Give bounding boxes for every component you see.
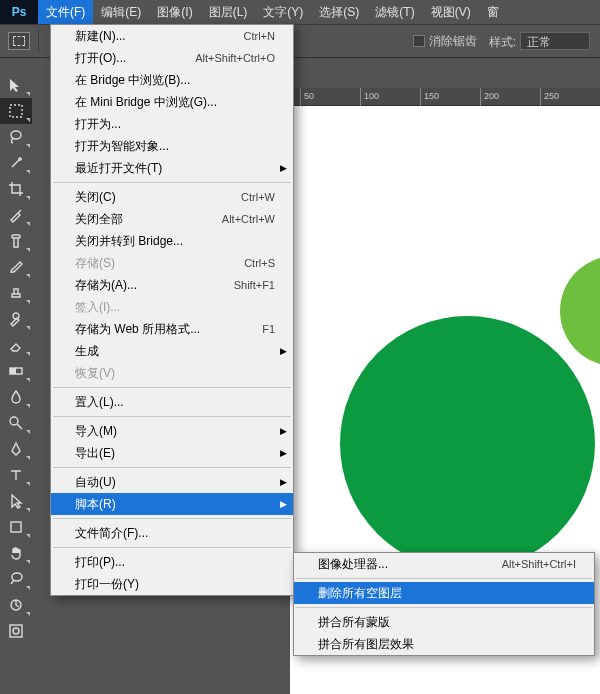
file_menu-item: 签入(I)...	[51, 296, 293, 318]
menu-item-label: 拼合所有图层效果	[318, 636, 576, 653]
menu-item-label: 最近打开文件(T)	[75, 160, 275, 177]
menu-item-label: 打开(O)...	[75, 50, 195, 67]
tool-dodge[interactable]	[0, 410, 32, 436]
toolbox	[0, 72, 32, 644]
menu-window[interactable]: 窗	[479, 0, 507, 24]
file-menu: 新建(N)...Ctrl+N打开(O)...Alt+Shift+Ctrl+O在 …	[50, 24, 294, 596]
file_menu-item[interactable]: 关闭并转到 Bridge...	[51, 230, 293, 252]
file_menu-item[interactable]: 文件简介(F)...	[51, 522, 293, 544]
script_menu-item[interactable]: 拼合所有图层效果	[294, 633, 594, 655]
file_menu-item[interactable]: 打印(P)...	[51, 551, 293, 573]
menu-select[interactable]: 选择(S)	[311, 0, 367, 24]
tool-brush[interactable]	[0, 254, 32, 280]
menu-separator	[53, 387, 291, 388]
menu-file[interactable]: 文件(F)	[38, 0, 93, 24]
file_menu-item[interactable]: 存储为 Web 所用格式...F1	[51, 318, 293, 340]
menu-item-accel: Alt+Shift+Ctrl+O	[195, 52, 275, 64]
menu-item-label: 关闭(C)	[75, 189, 241, 206]
file_menu-item[interactable]: 存储为(A)...Shift+F1	[51, 274, 293, 296]
menu-view[interactable]: 视图(V)	[423, 0, 479, 24]
file_menu-item[interactable]: 关闭(C)Ctrl+W	[51, 186, 293, 208]
shape-circle-primary	[340, 316, 595, 571]
file_menu-item[interactable]: 打开为...	[51, 113, 293, 135]
file_menu-item[interactable]: 在 Mini Bridge 中浏览(G)...	[51, 91, 293, 113]
menu-item-label: 打印(P)...	[75, 554, 275, 571]
tool-blur[interactable]	[0, 384, 32, 410]
menu-item-accel: Shift+F1	[234, 279, 275, 291]
tool-clone-stamp[interactable]	[0, 280, 32, 306]
svg-rect-6	[11, 522, 21, 532]
menu-separator	[53, 518, 291, 519]
tool-rotate-view[interactable]	[0, 592, 32, 618]
file_menu-item[interactable]: 导出(E)	[51, 442, 293, 464]
file_menu-item[interactable]: 打印一份(Y)	[51, 573, 293, 595]
file_menu-item[interactable]: 关闭全部Alt+Ctrl+W	[51, 208, 293, 230]
menu-filter[interactable]: 滤镜(T)	[367, 0, 422, 24]
menu-item-label: 自动(U)	[75, 474, 275, 491]
tool-type[interactable]	[0, 462, 32, 488]
svg-rect-4	[10, 368, 16, 374]
menu-separator	[53, 467, 291, 468]
style-label: 样式:	[489, 35, 516, 49]
menu-item-label: 图像处理器...	[318, 556, 502, 573]
menubar: Ps 文件(F) 编辑(E) 图像(I) 图层(L) 文字(Y) 选择(S) 滤…	[0, 0, 600, 24]
menu-item-label: 脚本(R)	[75, 496, 275, 513]
svg-point-5	[10, 417, 18, 425]
tool-path-select[interactable]	[0, 488, 32, 514]
tool-crop[interactable]	[0, 176, 32, 202]
antialias-option[interactable]: 消除锯齿	[413, 33, 477, 50]
menu-layer[interactable]: 图层(L)	[201, 0, 256, 24]
script_menu-item[interactable]: 图像处理器...Alt+Shift+Ctrl+I	[294, 553, 594, 575]
tool-preset-swatch[interactable]	[8, 32, 30, 50]
script_menu-item[interactable]: 删除所有空图层	[294, 582, 594, 604]
menu-type[interactable]: 文字(Y)	[255, 0, 311, 24]
tool-zoom[interactable]	[0, 566, 32, 592]
file_menu-item[interactable]: 自动(U)	[51, 471, 293, 493]
menu-item-label: 新建(N)...	[75, 28, 244, 45]
tool-shape[interactable]	[0, 514, 32, 540]
menu-separator	[53, 416, 291, 417]
tool-pen[interactable]	[0, 436, 32, 462]
tool-eraser[interactable]	[0, 332, 32, 358]
tool-move[interactable]	[0, 72, 32, 98]
menu-item-accel: Alt+Ctrl+W	[222, 213, 275, 225]
menu-item-label: 存储为(A)...	[75, 277, 234, 294]
menu-item-label: 存储为 Web 所用格式...	[75, 321, 262, 338]
file_menu-item[interactable]: 脚本(R)	[51, 493, 293, 515]
menu-edit[interactable]: 编辑(E)	[93, 0, 149, 24]
menu-item-accel: Ctrl+S	[244, 257, 275, 269]
script_menu-item[interactable]: 拼合所有蒙版	[294, 611, 594, 633]
file_menu-item[interactable]: 在 Bridge 中浏览(B)...	[51, 69, 293, 91]
menu-item-label: 存储(S)	[75, 255, 244, 272]
tool-magic-wand[interactable]	[0, 150, 32, 176]
svg-rect-9	[10, 625, 22, 637]
menu-item-accel: Ctrl+N	[244, 30, 275, 42]
tool-gradient[interactable]	[0, 358, 32, 384]
menu-item-label: 导出(E)	[75, 445, 275, 462]
tool-quickmask[interactable]	[0, 618, 32, 644]
svg-point-10	[13, 628, 19, 634]
tool-history-brush[interactable]	[0, 306, 32, 332]
style-select[interactable]: 正常	[520, 32, 590, 50]
tool-spot-heal[interactable]	[0, 228, 32, 254]
menu-image[interactable]: 图像(I)	[149, 0, 200, 24]
tool-eyedropper[interactable]	[0, 202, 32, 228]
menu-item-label: 签入(I)...	[75, 299, 275, 316]
menu-item-label: 导入(M)	[75, 423, 275, 440]
menu-separator	[296, 607, 592, 608]
shape-circle-secondary	[560, 256, 600, 366]
tool-lasso[interactable]	[0, 124, 32, 150]
menu-item-label: 关闭并转到 Bridge...	[75, 233, 275, 250]
menu-item-accel: F1	[262, 323, 275, 335]
file_menu-item[interactable]: 置入(L)...	[51, 391, 293, 413]
tool-hand[interactable]	[0, 540, 32, 566]
ruler-tick: 200	[484, 91, 499, 101]
file_menu-item[interactable]: 导入(M)	[51, 420, 293, 442]
file_menu-item[interactable]: 打开(O)...Alt+Shift+Ctrl+O	[51, 47, 293, 69]
file_menu-item[interactable]: 生成	[51, 340, 293, 362]
tool-marquee[interactable]	[0, 98, 32, 124]
menu-item-label: 在 Bridge 中浏览(B)...	[75, 72, 275, 89]
file_menu-item[interactable]: 新建(N)...Ctrl+N	[51, 25, 293, 47]
file_menu-item[interactable]: 打开为智能对象...	[51, 135, 293, 157]
file_menu-item[interactable]: 最近打开文件(T)	[51, 157, 293, 179]
